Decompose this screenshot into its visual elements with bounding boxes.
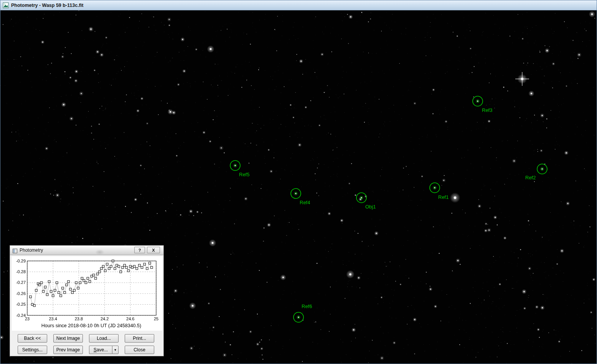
data-point bbox=[139, 264, 141, 267]
y-tick-label: -0.28 bbox=[16, 269, 26, 274]
y-tick-label: -0.25 bbox=[16, 302, 26, 307]
save-button-label: Save... bbox=[89, 347, 112, 353]
photometry-marker-ref5[interactable] bbox=[229, 159, 242, 172]
data-point bbox=[87, 277, 89, 280]
y-tick-label: -0.27 bbox=[16, 280, 26, 285]
data-point bbox=[40, 282, 43, 284]
photometry-marker-ref1[interactable] bbox=[428, 181, 441, 194]
photometry-marker-ref4[interactable] bbox=[289, 187, 302, 200]
marker-label-ref1: Ref1 bbox=[438, 194, 449, 200]
data-point bbox=[100, 267, 102, 270]
data-point bbox=[143, 263, 146, 266]
data-point bbox=[35, 289, 38, 292]
data-point bbox=[71, 292, 74, 294]
chart-x-axis-title: Hours since 2018-08-10 0h UT (JD 2458340… bbox=[12, 323, 162, 331]
data-point bbox=[114, 267, 116, 270]
data-point bbox=[50, 290, 52, 293]
app-window: Photometry - Wasp 59 b-113c.fit Ref5Ref4… bbox=[0, 0, 597, 364]
data-point bbox=[92, 274, 95, 276]
data-point bbox=[30, 296, 32, 298]
light-curve-panel: -0.29-0.28-0.27-0.26-0.25-0.242323.423.8… bbox=[12, 256, 162, 331]
marker-label-ref6: Ref6 bbox=[302, 303, 312, 309]
data-point bbox=[102, 265, 104, 267]
photometry-dialog[interactable]: Photometry ? X -0.29-0.28-0.27-0.26-0.25… bbox=[10, 245, 164, 356]
y-tick-label: -0.24 bbox=[16, 313, 26, 318]
data-point bbox=[58, 292, 60, 294]
fuzzy-star-artifact bbox=[95, 249, 104, 255]
dialog-title: Photometry bbox=[20, 248, 43, 253]
data-point bbox=[89, 280, 91, 283]
data-point bbox=[68, 280, 70, 283]
data-point bbox=[46, 293, 48, 296]
data-point bbox=[85, 282, 87, 284]
data-point bbox=[124, 264, 126, 267]
dialog-button-row-1: Back << Next Image Load... Print... bbox=[18, 334, 160, 343]
light-curve-chart: -0.29-0.28-0.27-0.26-0.25-0.242323.423.8… bbox=[12, 257, 162, 321]
data-point bbox=[112, 260, 114, 262]
data-point bbox=[118, 265, 120, 267]
x-tick-label: 23.8 bbox=[75, 316, 83, 321]
data-point bbox=[146, 267, 148, 270]
data-point bbox=[136, 267, 138, 270]
close-button[interactable]: Close bbox=[125, 346, 154, 354]
load-button[interactable]: Load... bbox=[89, 334, 119, 343]
data-point bbox=[125, 266, 128, 269]
x-tick-label: 23.4 bbox=[49, 316, 57, 321]
dialog-button-row-2: Settings... Prev Image Save... ▼ Close bbox=[18, 346, 160, 354]
data-point bbox=[38, 284, 41, 286]
data-point bbox=[33, 305, 36, 307]
data-point bbox=[104, 270, 107, 272]
photometry-marker-ref6[interactable] bbox=[292, 311, 305, 324]
photometry-marker-ref3[interactable] bbox=[471, 95, 484, 108]
data-point bbox=[133, 265, 135, 267]
dialog-help-button[interactable]: ? bbox=[134, 247, 145, 253]
data-point bbox=[52, 295, 54, 297]
window-titlebar[interactable]: Photometry - Wasp 59 b-113c.fit bbox=[0, 0, 597, 10]
data-point bbox=[83, 279, 85, 282]
photometry-marker-obj1[interactable] bbox=[355, 191, 368, 204]
data-point bbox=[148, 262, 151, 264]
data-point bbox=[42, 290, 45, 293]
x-tick-label: 25 bbox=[154, 316, 158, 321]
settings-button[interactable]: Settings... bbox=[18, 346, 47, 354]
marker-label-ref5: Ref5 bbox=[239, 172, 249, 177]
data-point bbox=[64, 292, 66, 294]
data-point bbox=[75, 282, 78, 284]
data-point bbox=[66, 284, 68, 286]
data-point bbox=[141, 266, 143, 269]
marker-label-ref4: Ref4 bbox=[300, 200, 310, 205]
back-button[interactable]: Back << bbox=[18, 334, 47, 343]
data-point bbox=[94, 277, 97, 280]
data-point bbox=[54, 289, 56, 292]
next-image-button[interactable]: Next Image bbox=[53, 334, 83, 343]
save-button[interactable]: Save... bbox=[89, 346, 112, 354]
data-point bbox=[98, 271, 101, 273]
data-point bbox=[81, 277, 83, 280]
data-point bbox=[127, 270, 130, 272]
data-point bbox=[44, 286, 46, 288]
photometry-marker-ref2[interactable] bbox=[536, 162, 549, 175]
data-point bbox=[60, 295, 62, 297]
data-point bbox=[120, 271, 122, 273]
data-point bbox=[77, 287, 79, 289]
save-dropdown-arrow-icon[interactable]: ▼ bbox=[112, 346, 119, 354]
print-button[interactable]: Print... bbox=[125, 334, 154, 343]
data-point bbox=[110, 265, 112, 267]
data-point bbox=[73, 289, 76, 292]
x-tick-label: 24.2 bbox=[101, 316, 109, 321]
dialog-titlebar[interactable]: Photometry ? X bbox=[10, 246, 163, 255]
prev-image-button[interactable]: Prev Image bbox=[53, 346, 83, 354]
x-tick-label: 23 bbox=[25, 316, 30, 321]
data-point bbox=[150, 266, 153, 269]
window-title: Photometry - Wasp 59 b-113c.fit bbox=[11, 3, 83, 8]
marker-label-ref2: Ref2 bbox=[525, 175, 536, 180]
y-tick-label: -0.29 bbox=[16, 259, 26, 263]
data-point bbox=[122, 266, 124, 269]
data-point bbox=[79, 282, 81, 284]
data-point bbox=[62, 287, 64, 289]
dialog-close-icon[interactable]: X bbox=[147, 247, 160, 253]
marker-label-ref3: Ref3 bbox=[482, 107, 492, 113]
dialog-icon bbox=[13, 248, 17, 253]
data-point bbox=[108, 267, 110, 270]
data-point bbox=[48, 280, 50, 283]
